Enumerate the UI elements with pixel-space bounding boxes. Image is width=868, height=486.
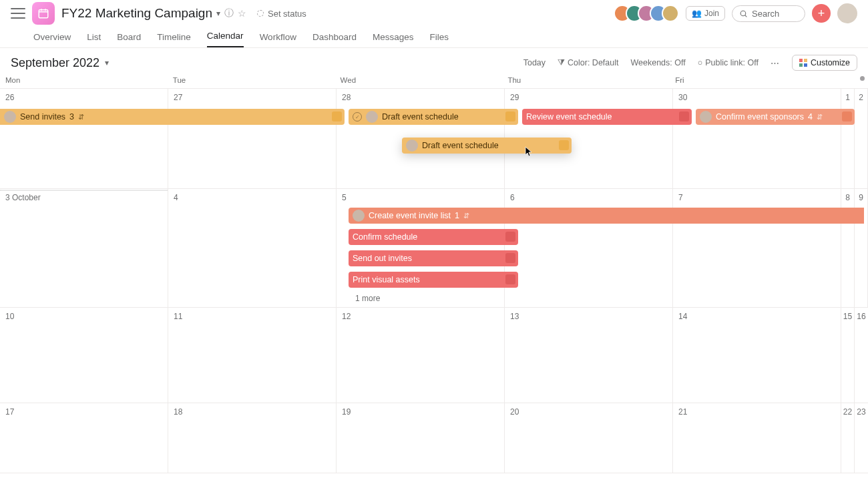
tab-list[interactable]: List [87, 32, 101, 47]
svg-point-1 [740, 11, 746, 16]
task-send-invites[interactable]: Send invites 3 ⇵ [0, 109, 345, 125]
task-draft-schedule[interactable]: ✓ Draft event schedule [349, 109, 518, 125]
day-cell[interactable]: 20 [505, 403, 673, 473]
tab-messages[interactable]: Messages [373, 32, 414, 47]
tab-timeline[interactable]: Timeline [157, 32, 191, 47]
day-cell[interactable]: 27 [168, 89, 337, 188]
color-swatch [679, 111, 689, 121]
color-swatch [505, 232, 515, 242]
project-icon [32, 2, 55, 25]
svg-rect-0 [39, 10, 48, 18]
more-options[interactable]: ⋯ [771, 58, 780, 68]
day-cell-overflow[interactable]: 16 [855, 308, 868, 403]
month-picker[interactable]: September 2022 ▾ [11, 56, 109, 70]
task-confirm-sponsors[interactable]: Confirm event sponsors 4 ⇵ [696, 109, 855, 125]
color-swatch [505, 111, 515, 121]
public-link-toggle[interactable]: ○ Public link: Off [698, 58, 758, 67]
day-cell-overflow[interactable]: 8 [841, 189, 855, 307]
task-drag-ghost[interactable]: Draft event schedule [402, 138, 572, 154]
day-cell-overflow[interactable]: 23 [855, 403, 868, 473]
calendar-grid: 26 27 28 29 30 1 2 Send invites 3 ⇵ ✓ Dr… [0, 88, 868, 473]
set-status-button[interactable]: Set status [253, 7, 310, 20]
day-cell[interactable]: 13 [505, 308, 673, 403]
search-input[interactable]: Search [732, 5, 805, 22]
tab-files[interactable]: Files [429, 32, 449, 47]
color-swatch [332, 111, 342, 121]
customize-button[interactable]: Customize [792, 55, 857, 71]
day-cell-overflow[interactable]: 2 [855, 89, 868, 188]
task-create-invite-list[interactable]: Create event invite list 1 ⇵ [349, 208, 864, 224]
day-cell[interactable]: 11 [168, 308, 337, 403]
day-col-thu: Thu [506, 76, 674, 84]
chevron-down-icon: ▾ [105, 58, 109, 67]
week-row: 26 27 28 29 30 1 2 Send invites 3 ⇵ ✓ Dr… [0, 89, 868, 189]
tabs: Overview List Board Timeline Calendar Wo… [0, 27, 868, 48]
task-confirm-schedule[interactable]: Confirm schedule [349, 229, 518, 245]
day-cell[interactable]: 26 [0, 89, 168, 188]
task-send-out-invites[interactable]: Send out invites [349, 250, 518, 266]
menu-icon[interactable] [11, 8, 25, 19]
task-review-schedule[interactable]: Review event schedule [522, 109, 692, 125]
day-cell[interactable]: 4 [168, 189, 337, 307]
subtask-icon: ⇵ [817, 113, 823, 121]
assignee-avatar [353, 210, 365, 222]
tab-workflow[interactable]: Workflow [260, 32, 296, 47]
subtask-icon: ⇵ [78, 113, 84, 121]
day-cell[interactable]: 21 [673, 403, 841, 473]
assignee-avatar [366, 111, 378, 123]
people-icon: 👥 [692, 9, 702, 18]
day-cell[interactable]: 3 October [0, 189, 168, 307]
status-label: Set status [268, 9, 306, 19]
day-cell[interactable]: 18 [168, 403, 337, 473]
week-row: 17 18 19 20 21 22 23 [0, 403, 868, 473]
filter-icon: ⧩ [558, 58, 565, 68]
status-dot-icon [257, 10, 264, 17]
day-cell[interactable]: 17 [0, 403, 168, 473]
color-filter[interactable]: ⧩ Color: Default [558, 58, 618, 68]
assignee-avatar [4, 111, 16, 123]
join-button[interactable]: 👥 Join [686, 6, 725, 21]
member-avatars[interactable] [614, 5, 679, 22]
project-menu-chevron[interactable]: ▾ [216, 9, 220, 18]
day-col-tue: Tue [172, 76, 339, 84]
color-swatch [505, 253, 515, 263]
weekends-toggle[interactable]: Weekends: Off [630, 58, 685, 67]
day-cell[interactable]: 6 [505, 189, 673, 307]
week-row: 3 October 4 5 6 7 8 9 Create event invit… [0, 189, 868, 308]
task-print-assets[interactable]: Print visual assets [349, 272, 518, 288]
tab-dashboard[interactable]: Dashboard [312, 32, 357, 47]
month-label: September 2022 [11, 56, 99, 70]
search-placeholder: Search [752, 9, 779, 19]
star-icon[interactable]: ☆ [238, 8, 246, 19]
day-cell-overflow[interactable]: 15 [841, 308, 855, 403]
day-col-mon: Mon [4, 76, 172, 84]
day-cell[interactable]: 5 [337, 189, 505, 307]
tab-calendar[interactable]: Calendar [207, 31, 244, 47]
day-cell-overflow[interactable]: 1 [841, 89, 855, 188]
overflow-indicator-icon [860, 76, 865, 81]
add-button[interactable]: + [812, 4, 831, 23]
day-cell[interactable]: 30 [673, 89, 841, 188]
assignee-avatar [700, 111, 712, 123]
day-cell[interactable]: 10 [0, 308, 168, 403]
info-icon[interactable]: ⓘ [224, 7, 234, 19]
day-cell[interactable]: 14 [673, 308, 841, 403]
day-cell-overflow[interactable]: 22 [841, 403, 855, 473]
more-tasks-link[interactable]: 1 more [349, 294, 380, 303]
subtask-icon: ⇵ [463, 212, 469, 220]
day-cell[interactable]: 12 [337, 308, 505, 403]
project-title: FY22 Marketing Campaign [61, 6, 212, 21]
day-cell-overflow[interactable]: 9 [855, 189, 868, 307]
grid-icon [799, 59, 807, 67]
avatar [662, 5, 679, 22]
assignee-avatar [406, 140, 418, 152]
tab-overview[interactable]: Overview [33, 32, 71, 47]
today-button[interactable]: Today [523, 58, 546, 67]
day-cell[interactable]: 19 [337, 403, 505, 473]
day-cell[interactable]: 7 [673, 189, 841, 307]
tab-board[interactable]: Board [117, 32, 141, 47]
me-avatar[interactable] [837, 3, 857, 23]
week-row: 10 11 12 13 14 15 16 [0, 308, 868, 403]
color-swatch [505, 274, 515, 284]
day-col-fri: Fri [674, 76, 841, 84]
